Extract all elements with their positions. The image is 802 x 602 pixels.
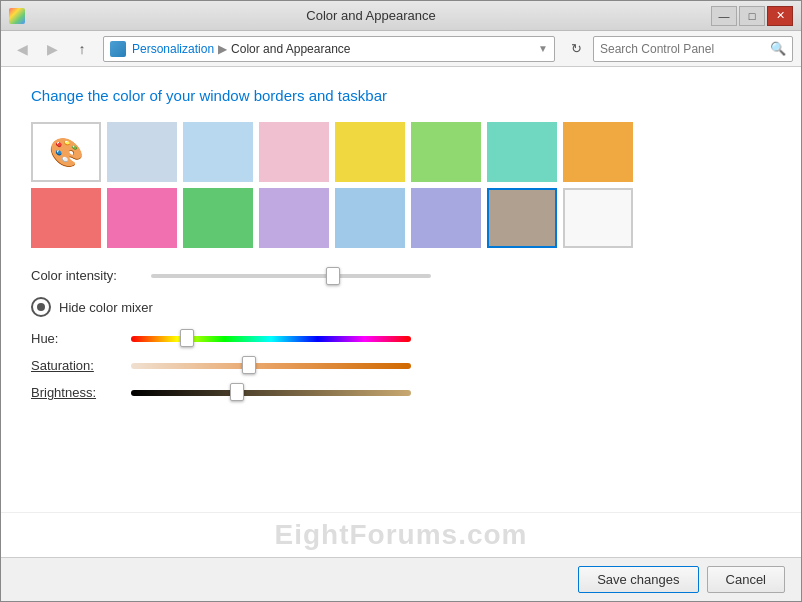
search-input[interactable] [600,42,770,56]
palette-icon: 🎨 [49,136,84,169]
color-grid: 🎨 [31,122,771,248]
maximize-button[interactable]: □ [739,6,765,26]
forward-button[interactable]: ▶ [39,37,65,61]
minimize-button[interactable]: — [711,6,737,26]
color-swatch-white[interactable] [563,188,633,248]
brightness-label: Brightness: [31,385,121,400]
color-swatch-pink[interactable] [259,122,329,182]
color-swatch-light-blue[interactable] [183,122,253,182]
color-swatch-green[interactable] [411,122,481,182]
window-controls: — □ ✕ [711,6,793,26]
back-button[interactable]: ◀ [9,37,35,61]
color-swatch-yellow[interactable] [335,122,405,182]
hue-slider-thumb[interactable] [180,329,194,347]
color-swatch-teal[interactable] [487,122,557,182]
search-icon[interactable]: 🔍 [770,41,786,56]
intensity-row: Color intensity: [31,268,771,283]
content-area: Change the color of your window borders … [1,67,801,512]
refresh-button[interactable]: ↻ [563,37,589,61]
watermark: EightForums.com [1,512,801,557]
save-changes-button[interactable]: Save changes [578,566,698,593]
close-button[interactable]: ✕ [767,6,793,26]
window-icon [9,8,25,24]
hue-label: Hue: [31,331,121,346]
color-row-1: 🎨 [31,122,771,182]
brightness-slider-track[interactable] [131,390,411,396]
color-row-2 [31,188,771,248]
hide-mixer-row: Hide color mixer [31,297,771,317]
up-button[interactable]: ↑ [69,37,95,61]
breadcrumb-current: Color and Appearance [231,42,350,56]
slider-group: Hue: Saturation: Brightness: [31,331,771,400]
titlebar: Color and Appearance — □ ✕ [1,1,801,31]
saturation-label: Saturation: [31,358,121,373]
toolbar: ◀ ▶ ↑ Personalization ▶ Color and Appear… [1,31,801,67]
breadcrumb-icon [110,41,126,57]
color-swatch-tan[interactable] [487,188,557,248]
intensity-slider-thumb[interactable] [326,267,340,285]
color-swatch-cornflower[interactable] [335,188,405,248]
color-swatch-sky[interactable] [107,122,177,182]
hue-slider-track[interactable] [131,336,411,342]
main-window: Color and Appearance — □ ✕ ◀ ▶ ↑ Persona… [0,0,802,602]
color-swatch-lavender[interactable] [259,188,329,248]
hide-mixer-label: Hide color mixer [59,300,153,315]
breadcrumb-separator: ▶ [218,42,227,56]
color-swatch-red[interactable] [31,188,101,248]
color-swatch-orange[interactable] [563,122,633,182]
saturation-row: Saturation: [31,358,771,373]
circle-btn-inner [37,303,45,311]
search-bar: 🔍 [593,36,793,62]
hue-row: Hue: [31,331,771,346]
saturation-slider-thumb[interactable] [242,356,256,374]
intensity-slider-track[interactable] [151,274,431,278]
cancel-button[interactable]: Cancel [707,566,785,593]
brightness-row: Brightness: [31,385,771,400]
color-swatch-palette[interactable]: 🎨 [31,122,101,182]
breadcrumb-nav[interactable]: Personalization [132,42,214,56]
intensity-label: Color intensity: [31,268,141,283]
color-swatch-hot-pink[interactable] [107,188,177,248]
brightness-slider-thumb[interactable] [230,383,244,401]
section-title: Change the color of your window borders … [31,87,771,104]
hide-mixer-button[interactable] [31,297,51,317]
breadcrumb-bar: Personalization ▶ Color and Appearance ▼ [103,36,555,62]
window-title: Color and Appearance [31,8,711,23]
saturation-slider-track[interactable] [131,363,411,369]
color-swatch-lime[interactable] [183,188,253,248]
color-swatch-periwinkle[interactable] [411,188,481,248]
footer-actions: Save changes Cancel [1,557,801,601]
breadcrumb-dropdown-icon[interactable]: ▼ [538,43,548,54]
